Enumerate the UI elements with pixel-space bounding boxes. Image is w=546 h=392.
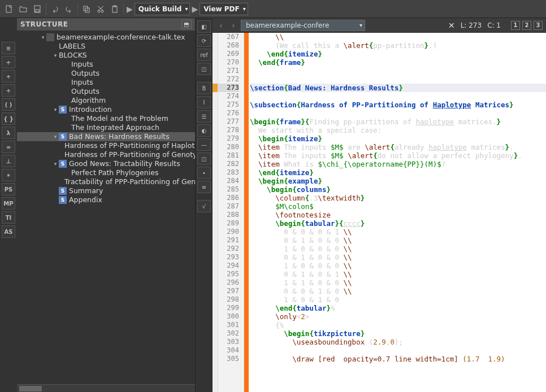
svg-rect-7	[112, 6, 117, 12]
tree-label: BLOCKS	[59, 51, 87, 60]
vtool-button[interactable]: ⟳	[197, 34, 211, 47]
vtool-button[interactable]: •	[197, 167, 211, 179]
new-file-icon[interactable]	[2, 2, 16, 16]
build-dropdown[interactable]: Quick Build	[135, 3, 190, 15]
vtool-button[interactable]: ◧	[197, 20, 211, 33]
symbol-button[interactable]: MP	[2, 197, 15, 210]
code-area[interactable]: 2672682692702712722732742752762772782792…	[213, 33, 546, 392]
copy-icon[interactable]	[80, 2, 93, 16]
section-icon: S	[59, 187, 67, 195]
tree-label: Appendix	[69, 195, 102, 204]
symbol-button[interactable]: ✶	[2, 169, 15, 181]
close-icon[interactable]: ✕	[448, 21, 455, 30]
symbol-button[interactable]: ÷	[2, 70, 15, 82]
svg-rect-0	[6, 6, 11, 12]
code-content[interactable]: \\ (We call this a \alert{pp-partition}.…	[249, 33, 546, 392]
structure-sync-icon[interactable]: ⬒	[181, 20, 192, 29]
tree-row[interactable]: Hardness of PP-Partitioning of Genotyp	[17, 150, 195, 159]
bookmark-3[interactable]: 3	[534, 21, 543, 30]
tree-row[interactable]: Outputs	[17, 69, 195, 78]
tree-row[interactable]: The Integrated Approach	[17, 123, 195, 132]
tree-row[interactable]: ▾BLOCKS	[17, 51, 195, 60]
symbol-button[interactable]: ÷	[2, 56, 15, 68]
symbol-button[interactable]: ≡	[2, 42, 15, 54]
cursor-line: L: 273	[461, 21, 482, 29]
symbol-button[interactable]: λ	[2, 127, 15, 139]
tree-label: Tractability of PPP-Partitioning of Genc	[64, 177, 195, 186]
tree-row[interactable]: ▾SBad News: Hardness Results	[17, 132, 195, 141]
nav-fwd-icon[interactable]: ›	[228, 21, 239, 30]
vtool-button[interactable]: B	[197, 82, 211, 94]
main-toolbar: ▶ Quick Build ▶ View PDF	[0, 0, 546, 18]
symbol-button[interactable]: ∞	[2, 141, 15, 153]
open-file-icon[interactable]	[16, 2, 30, 16]
vtool-button[interactable]: ◫	[197, 63, 211, 75]
nav-back-icon[interactable]: ‹	[216, 21, 226, 30]
tree-label: beamerexample-conference-talk.tex	[57, 33, 185, 42]
tree-row[interactable]: Tractability of PPP-Partitioning of Genc	[17, 177, 195, 186]
section-icon: S	[59, 160, 67, 168]
save-icon[interactable]	[31, 2, 44, 16]
structure-tree[interactable]: ▾beamerexample-conference-talk.texLABELS…	[17, 31, 195, 384]
tree-label: Outputs	[71, 69, 99, 78]
paste-icon[interactable]	[108, 2, 122, 16]
structure-title: STRUCTURE	[20, 20, 68, 28]
symbol-button[interactable]: AS	[2, 225, 15, 238]
editor-vertical-toolbar: ◧⟳ref◫BI☰◐—◫•≡√	[196, 18, 213, 392]
tree-row[interactable]: SSummary	[17, 186, 195, 195]
tree-row[interactable]: The Model and the Problem	[17, 114, 195, 123]
tree-label: Outputs	[71, 87, 99, 96]
tree-row[interactable]: ▾SGood News: Tractability Results	[17, 159, 195, 168]
tree-label: Inputs	[71, 60, 93, 69]
tree-row[interactable]: Inputs	[17, 60, 195, 69]
symbol-button[interactable]: ⊥	[2, 155, 15, 167]
bookmark-2[interactable]: 2	[522, 21, 531, 30]
redo-icon[interactable]	[62, 2, 76, 16]
cursor-col: C: 1	[487, 21, 501, 29]
view-icon[interactable]: ▶	[190, 5, 199, 14]
tree-label: The Integrated Approach	[71, 123, 159, 132]
separator	[46, 3, 46, 15]
symbol-button[interactable]: ÷	[2, 84, 15, 97]
symbol-button[interactable]: { }	[2, 112, 15, 125]
symbol-sidebar: ≡÷÷÷( ){ }λ∞⊥✶PSMPTIAS	[0, 18, 17, 392]
fold-column	[244, 33, 249, 392]
tree-row[interactable]: Algorithm	[17, 96, 195, 105]
tree-row[interactable]: ▾beamerexample-conference-talk.tex	[17, 33, 195, 42]
section-icon: S	[59, 196, 67, 204]
cut-icon[interactable]	[94, 2, 107, 16]
tree-row[interactable]: ▾SIntroduction	[17, 105, 195, 114]
viewer-dropdown[interactable]: View PDF	[200, 3, 248, 15]
vtool-button[interactable]: ≡	[197, 181, 211, 193]
separator	[77, 3, 78, 15]
tree-label: Perfect Path Phylogenies	[71, 168, 158, 177]
run-icon[interactable]: ▶	[125, 5, 134, 14]
symbol-button[interactable]: PS	[2, 183, 15, 195]
tree-label: Introduction	[69, 105, 112, 114]
tree-label: Bad News: Hardness Results	[69, 132, 170, 141]
vtool-button[interactable]: I	[197, 96, 211, 108]
vtool-button[interactable]: ref	[197, 49, 211, 61]
tree-label: Good News: Tractability Results	[69, 159, 180, 168]
undo-icon[interactable]	[48, 2, 62, 16]
tree-row[interactable]: Outputs	[17, 87, 195, 96]
vtool-button[interactable]: —	[197, 138, 211, 151]
tree-label: LABELS	[59, 42, 85, 51]
horizontal-scrollbar[interactable]	[17, 384, 195, 392]
vtool-button[interactable]: ☰	[197, 110, 211, 123]
tree-row[interactable]: LABELS	[17, 42, 195, 51]
tree-row[interactable]: Inputs	[17, 78, 195, 87]
tree-row[interactable]: SAppendix	[17, 195, 195, 204]
symbol-button[interactable]: ( )	[2, 98, 15, 111]
tree-row[interactable]: Hardness of PP-Partitioning of Haploty	[17, 141, 195, 150]
line-number-gutter: 2672682692702712722732742752762772782792…	[218, 33, 244, 392]
section-icon: S	[59, 133, 67, 141]
tree-row[interactable]: Perfect Path Phylogenies	[17, 168, 195, 177]
vtool-button[interactable]: √	[197, 200, 211, 212]
vtool-button[interactable]: ◐	[197, 124, 211, 137]
vtool-button[interactable]: ◫	[197, 153, 211, 165]
bookmark-1[interactable]: 1	[511, 21, 520, 30]
document-tab[interactable]: beamerexample-confere	[241, 20, 365, 31]
editor-pane: ‹ › beamerexample-confere ✕ L: 273 C: 1 …	[213, 18, 546, 392]
symbol-button[interactable]: TI	[2, 211, 15, 224]
